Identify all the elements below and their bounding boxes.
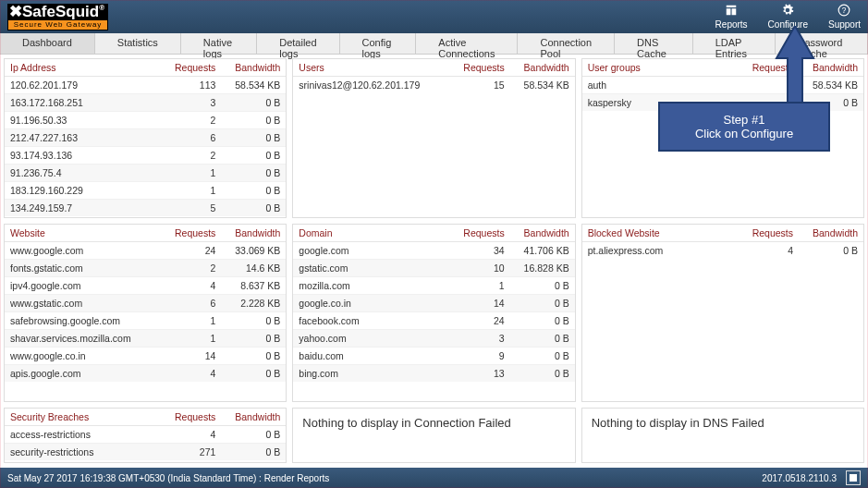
tab-config-logs[interactable]: Config logs	[340, 33, 417, 54]
cell-name: www.google.com	[10, 245, 160, 256]
header-bandwidth: Bandwidth	[215, 62, 280, 73]
cell-requests: 2	[160, 115, 215, 126]
cell-requests: 4	[160, 280, 215, 291]
table-row[interactable]: yahoo.com30 B	[293, 330, 574, 348]
table-row[interactable]: fonts.gstatic.com214.6 KB	[5, 260, 286, 277]
header-name: Website	[10, 227, 160, 238]
cell-name: 183.129.160.229	[10, 185, 160, 196]
cell-name: safebrowsing.google.com	[10, 315, 160, 326]
header-name: Ip Address	[10, 62, 160, 73]
panel-body: www.google.com2433.069 KBfonts.gstatic.c…	[5, 242, 286, 401]
panel-website: Website Requests Bandwidth www.google.co…	[4, 224, 287, 402]
cell-name: yahoo.com	[299, 333, 448, 344]
table-row[interactable]: gstatic.com1016.828 KB	[293, 260, 574, 277]
cell-name: www.gstatic.com	[10, 298, 160, 309]
cell-bandwidth: 0 B	[215, 167, 280, 178]
tab-detailed-logs[interactable]: Detailed logs	[257, 33, 339, 54]
cell-name: google.co.in	[299, 298, 448, 309]
cell-name: 91.236.75.4	[10, 167, 160, 178]
header-bandwidth: Bandwidth	[215, 411, 280, 422]
cell-name: 93.174.93.136	[10, 150, 160, 161]
header-bandwidth: Bandwidth	[505, 227, 569, 238]
table-row[interactable]: 134.249.159.750 B	[5, 200, 286, 216]
table-row[interactable]: google.co.in140 B	[293, 295, 574, 312]
table-row[interactable]: 212.47.227.16360 B	[5, 129, 286, 147]
cell-name: pt.aliexpress.com	[588, 245, 738, 256]
panel-ip-address: Ip Address Requests Bandwidth 120.62.201…	[4, 58, 287, 218]
cell-bandwidth: 0 B	[215, 333, 280, 344]
cell-name: facebook.com	[299, 315, 448, 326]
svg-text:?: ?	[842, 6, 847, 15]
header-requests: Requests	[160, 227, 215, 238]
table-row[interactable]: www.google.com2433.069 KB	[5, 242, 286, 260]
header-name: Domain	[299, 227, 448, 238]
table-row[interactable]: mozilla.com10 B	[293, 277, 574, 295]
cell-requests: 5	[160, 202, 215, 214]
table-row[interactable]: 120.62.201.17911358.534 KB	[5, 77, 286, 94]
table-row[interactable]: security-restrictions2710 B	[5, 444, 286, 460]
table-row[interactable]: 91.196.50.3320 B	[5, 112, 286, 129]
cell-requests: 9	[449, 350, 505, 361]
header-bandwidth: Bandwidth	[215, 227, 280, 238]
tab-dns-cache[interactable]: DNS Cache	[615, 33, 693, 54]
table-row[interactable]: baidu.com90 B	[293, 348, 574, 365]
cell-requests: 1	[160, 333, 215, 344]
cell-name: google.com	[299, 245, 448, 256]
table-row[interactable]: 93.174.93.13620 B	[5, 147, 286, 165]
table-row[interactable]: 163.172.168.25130 B	[5, 94, 286, 112]
table-row[interactable]: www.gstatic.com62.228 KB	[5, 295, 286, 312]
cell-requests: 4	[160, 429, 215, 440]
table-row[interactable]: google.com3441.706 KB	[293, 242, 574, 260]
table-row[interactable]: pt.aliexpress.com40 B	[582, 242, 863, 259]
table-row[interactable]: facebook.com240 B	[293, 312, 574, 330]
table-row[interactable]: ipv4.google.com48.637 KB	[5, 277, 286, 295]
cell-requests: 6	[160, 132, 215, 143]
tab-active-connections[interactable]: Active Connections	[416, 33, 518, 54]
cell-requests: 1	[160, 167, 215, 178]
tab-dashboard[interactable]: Dashboard	[0, 33, 95, 54]
cell-bandwidth: 0 B	[215, 115, 280, 126]
table-row[interactable]: www.google.co.in140 B	[5, 348, 286, 365]
header-requests: Requests	[449, 62, 505, 73]
panel-body: google.com3441.706 KBgstatic.com1016.828…	[293, 242, 574, 401]
table-row[interactable]: 91.236.75.410 B	[5, 165, 286, 182]
cell-name: srinivas12@120.62.201.179	[299, 79, 448, 91]
panel-security-breaches: Security Breaches Requests Bandwidth acc…	[4, 408, 287, 463]
cell-bandwidth: 0 B	[215, 150, 280, 161]
cell-bandwidth: 0 B	[505, 368, 569, 379]
table-row[interactable]: access-restrictions40 B	[5, 426, 286, 444]
cell-requests: 2	[160, 262, 215, 274]
tab-bar: Dashboard Statistics Native logs Detaile…	[0, 33, 868, 55]
cell-requests: 14	[160, 350, 215, 361]
cell-bandwidth: 0 B	[215, 368, 280, 379]
footer-export-icon[interactable]	[846, 470, 861, 485]
support-button[interactable]: ? Support	[828, 4, 861, 30]
header-name: Blocked Website	[588, 227, 738, 238]
tab-connection-pool[interactable]: Connection Pool	[518, 33, 615, 54]
tab-native-logs[interactable]: Native logs	[181, 33, 257, 54]
cell-name: bing.com	[299, 368, 448, 379]
cell-requests: 4	[738, 245, 793, 256]
tab-statistics[interactable]: Statistics	[95, 33, 181, 54]
table-row[interactable]: shavar.services.mozilla.com10 B	[5, 330, 286, 348]
cell-bandwidth: 0 B	[505, 333, 569, 344]
cell-bandwidth: 14.6 KB	[215, 262, 280, 274]
cell-bandwidth: 16.828 KB	[505, 262, 569, 274]
table-row[interactable]: safebrowsing.google.com10 B	[5, 312, 286, 330]
table-row[interactable]: bing.com130 B	[293, 365, 574, 382]
header-bandwidth: Bandwidth	[505, 62, 569, 73]
cell-bandwidth: 0 B	[215, 202, 280, 214]
brand-logo: ✖SafeSquid® Secure Web Gateway	[7, 4, 108, 30]
cell-bandwidth: 0 B	[215, 185, 280, 196]
cell-name: fonts.gstatic.com	[10, 262, 160, 274]
header-bandwidth: Bandwidth	[793, 227, 858, 238]
cell-bandwidth: 58.534 KB	[505, 79, 569, 91]
panel-users: Users Requests Bandwidth srinivas12@120.…	[292, 58, 575, 218]
cell-bandwidth: 33.069 KB	[215, 245, 280, 256]
cell-name: gstatic.com	[299, 262, 448, 274]
table-row[interactable]: apis.google.com40 B	[5, 365, 286, 382]
cell-bandwidth: 0 B	[793, 245, 858, 256]
reports-button[interactable]: Reports	[715, 4, 748, 30]
table-row[interactable]: 183.129.160.22910 B	[5, 182, 286, 200]
table-row[interactable]: srinivas12@120.62.201.1791558.534 KB	[293, 77, 574, 93]
